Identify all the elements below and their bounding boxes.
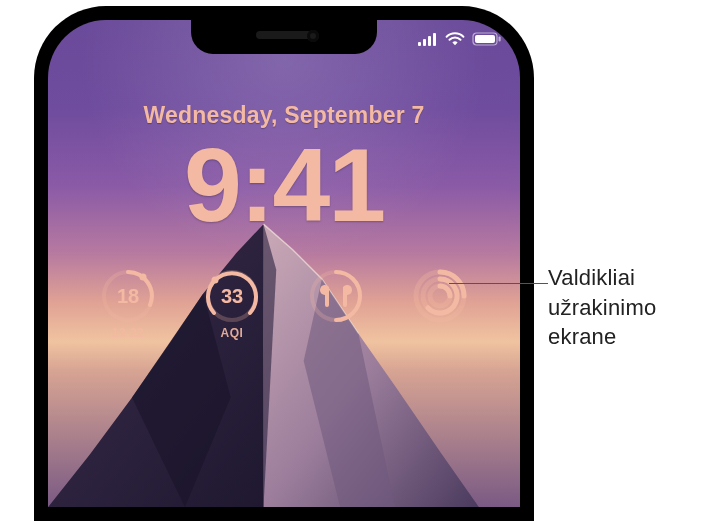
battery-icon bbox=[472, 32, 502, 46]
svg-rect-5 bbox=[475, 35, 495, 43]
notch bbox=[191, 20, 377, 54]
lock-screen-date: Wednesday, September 7 bbox=[48, 102, 520, 129]
activity-rings-widget[interactable] bbox=[403, 268, 477, 340]
airpods-icon bbox=[320, 285, 352, 307]
phone-frame: Wednesday, September 7 9:41 18 13 22 bbox=[34, 6, 534, 521]
svg-rect-0 bbox=[418, 42, 421, 46]
aqi-label: AQI bbox=[221, 326, 244, 340]
svg-rect-6 bbox=[499, 37, 501, 42]
cellular-signal-icon bbox=[418, 33, 438, 46]
svg-rect-2 bbox=[428, 36, 431, 46]
lock-screen-time: 9:41 bbox=[48, 133, 520, 237]
airpods-ring bbox=[308, 268, 364, 324]
aqi-ring: 33 bbox=[204, 268, 260, 324]
front-camera bbox=[307, 30, 319, 42]
callout-leader-line bbox=[449, 283, 548, 284]
callout-line-3: ekrane bbox=[548, 322, 656, 352]
activity-rings-icon bbox=[412, 268, 468, 324]
svg-rect-3 bbox=[433, 33, 436, 46]
weather-ring: 18 bbox=[100, 268, 156, 324]
lock-screen-header: Wednesday, September 7 9:41 bbox=[48, 102, 520, 237]
airpods-battery-widget[interactable] bbox=[299, 268, 373, 340]
wifi-icon bbox=[445, 32, 465, 46]
callout-line-2: užrakinimo bbox=[548, 293, 656, 323]
callout-line-1: Valdikliai bbox=[548, 263, 656, 293]
aqi-value: 33 bbox=[204, 268, 260, 324]
speaker-grille bbox=[256, 31, 312, 39]
callout-label: Valdikliai užrakinimo ekrane bbox=[548, 263, 656, 352]
aqi-widget[interactable]: 33 AQI bbox=[195, 268, 269, 340]
svg-rect-1 bbox=[423, 39, 426, 46]
weather-widget[interactable]: 18 13 22 bbox=[91, 268, 165, 340]
wallpaper-mountain bbox=[48, 215, 479, 507]
lock-screen-widgets-row: 18 13 22 33 AQI bbox=[91, 268, 477, 340]
lock-screen[interactable]: Wednesday, September 7 9:41 18 13 22 bbox=[48, 20, 520, 507]
status-bar bbox=[418, 32, 502, 46]
weather-low-high: 13 22 bbox=[112, 326, 145, 340]
weather-current-temp: 18 bbox=[100, 268, 156, 324]
